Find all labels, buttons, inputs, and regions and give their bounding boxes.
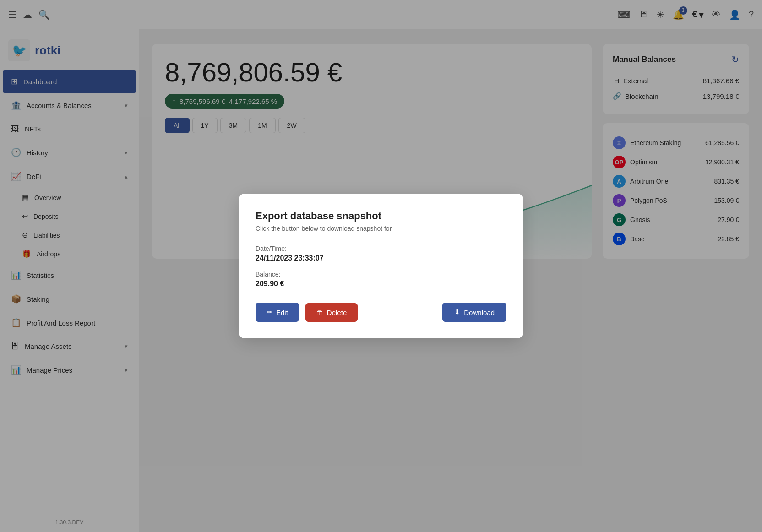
- download-icon: ⬇: [454, 308, 460, 316]
- delete-button[interactable]: 🗑 Delete: [305, 303, 358, 322]
- delete-icon: 🗑: [316, 309, 323, 316]
- download-button[interactable]: ⬇ Download: [442, 303, 506, 322]
- balance-value: 209.90 €: [256, 280, 506, 288]
- edit-button[interactable]: ✏ Edit: [256, 303, 299, 322]
- modal-actions: ✏ Edit 🗑 Delete ⬇ Download: [256, 303, 506, 322]
- modal-datetime-field: Date/Time: 24/11/2023 23:33:07: [256, 245, 506, 262]
- modal-subtitle: Click the button below to download snaps…: [256, 225, 506, 232]
- datetime-label: Date/Time:: [256, 245, 506, 252]
- modal-title: Export database snapshot: [256, 210, 506, 222]
- datetime-value: 24/11/2023 23:33:07: [256, 254, 506, 262]
- edit-icon: ✏: [267, 308, 272, 316]
- modal-overlay[interactable]: Export database snapshot Click the butto…: [0, 0, 762, 532]
- modal-balance-field: Balance: 209.90 €: [256, 271, 506, 288]
- export-snapshot-modal: Export database snapshot Click the butto…: [239, 194, 523, 338]
- balance-label: Balance:: [256, 271, 506, 278]
- modal-actions-right: ⬇ Download: [442, 303, 506, 322]
